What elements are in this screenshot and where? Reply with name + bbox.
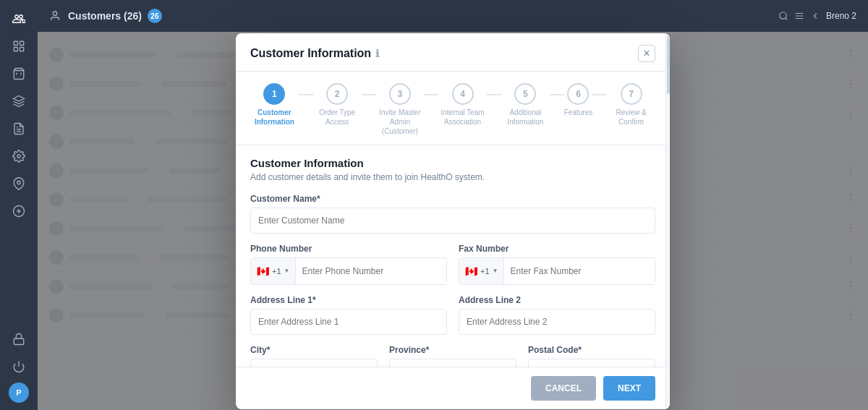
modal-header: Customer Information ℹ × (236, 33, 670, 72)
step-7-circle: 7 (621, 83, 642, 105)
address1-label: Address Line 1* (250, 295, 447, 305)
province-input[interactable] (389, 359, 516, 367)
svg-rect-2 (14, 48, 17, 51)
step-5-label: Additional Information (501, 108, 550, 127)
step-6-label: Features (564, 108, 592, 117)
fax-input-group: 🇨🇦 +1 ▼ (459, 257, 655, 285)
cancel-button[interactable]: CANCEL (531, 376, 596, 401)
province-col: Province* (389, 345, 516, 367)
step-5-circle: 5 (514, 83, 536, 105)
step-3-circle: 3 (389, 83, 411, 105)
sidebar-icon-add-circle[interactable] (7, 200, 30, 223)
fax-code: +1 (480, 267, 490, 276)
fax-col: Fax Number 🇨🇦 +1 ▼ (459, 244, 655, 295)
address2-label: Address Line 2 (459, 295, 655, 305)
svg-rect-1 (20, 41, 24, 45)
step-connector-2 (362, 94, 376, 95)
top-bar-actions: Breno 2 (778, 11, 856, 21)
form-section-subtitle: Add customer details and invite them to … (250, 172, 655, 182)
sidebar-icon-grid[interactable] (7, 35, 30, 58)
phone-code: +1 (272, 267, 281, 276)
svg-point-9 (17, 181, 21, 184)
sidebar-icon-cart[interactable] (7, 62, 30, 85)
stepper: 1 Customer Information 2 Order Type Acce… (236, 72, 670, 145)
sidebar-icon-lock[interactable] (7, 328, 30, 351)
customer-name-group: Customer Name* (250, 194, 655, 234)
sidebar-icon-settings[interactable] (7, 145, 30, 168)
phone-flag: 🇨🇦 (257, 265, 269, 277)
svg-point-8 (17, 155, 21, 158)
address1-col: Address Line 1* (250, 295, 447, 345)
address1-input[interactable] (250, 309, 447, 335)
modal-scrollbar[interactable] (665, 33, 670, 409)
customer-information-modal: Customer Information ℹ × 1 Customer Info… (236, 33, 670, 409)
step-3[interactable]: 3 Invite Master Admin (Customer) (376, 83, 425, 136)
sidebar-icon-document[interactable] (7, 117, 30, 140)
step-4[interactable]: 4 Internal Team Association (438, 83, 487, 127)
modal-body: Customer Information Add customer detail… (236, 145, 670, 367)
svg-rect-0 (14, 41, 17, 45)
step-6-circle: 6 (567, 83, 589, 105)
step-2[interactable]: 2 Order Type Access (313, 83, 362, 127)
sidebar-icon-boxes[interactable] (7, 90, 30, 113)
top-bar: Customers (26) 26 Breno 2 (38, 0, 868, 32)
step-connector-5 (550, 94, 564, 95)
fax-chevron-icon: ▼ (493, 268, 498, 274)
step-3-label: Invite Master Admin (Customer) (376, 108, 425, 136)
page-title: Customers (26) 26 (49, 9, 162, 23)
modal-info-icon: ℹ (375, 48, 379, 59)
svg-rect-3 (20, 48, 24, 51)
phone-flag-select[interactable]: 🇨🇦 +1 ▼ (251, 258, 296, 284)
sidebar-icon-power[interactable] (7, 355, 30, 378)
step-2-circle: 2 (326, 83, 348, 105)
step-4-label: Internal Team Association (438, 108, 487, 127)
user-name: Breno 2 (826, 11, 856, 21)
sidebar: P (0, 0, 38, 410)
svg-point-16 (780, 12, 786, 19)
step-connector-3 (424, 94, 438, 95)
next-button[interactable]: NEXT (603, 376, 655, 401)
step-connector-6 (592, 94, 607, 95)
step-7[interactable]: 7 Review & Confirm (607, 83, 655, 127)
user-avatar[interactable]: P (9, 383, 29, 403)
step-6[interactable]: 6 Features (564, 83, 592, 117)
sidebar-icon-add-user[interactable] (7, 7, 30, 30)
fax-number-input[interactable] (504, 258, 655, 284)
phone-input-group: 🇨🇦 +1 ▼ (250, 257, 447, 285)
step-connector-4 (487, 94, 501, 95)
step-4-circle: 4 (452, 83, 474, 105)
postal-col: Postal Code* (528, 345, 655, 367)
app-shell: P Customers (26) 26 Breno 2 ⋮ ⋮ (0, 0, 868, 410)
phone-label: Phone Number (250, 244, 447, 254)
phone-number-input[interactable] (296, 258, 446, 284)
fax-label: Fax Number (459, 244, 655, 254)
content-area: ⋮ ⋮ ⋮ ⋮ ⋮ ⋮ ⋮ ⋮ ⋮ ⋮ Customer Information (38, 32, 868, 410)
city-label: City* (250, 345, 378, 355)
postal-label: Postal Code* (528, 345, 655, 355)
fax-flag-select[interactable]: 🇨🇦 +1 ▼ (459, 258, 504, 284)
svg-rect-13 (14, 338, 24, 344)
step-connector-1 (299, 94, 313, 95)
main-area: Customers (26) 26 Breno 2 ⋮ ⋮ ⋮ ⋮ ⋮ ⋮ ⋮ … (38, 0, 868, 410)
postal-input[interactable] (528, 359, 655, 367)
phone-chevron-icon: ▼ (284, 268, 290, 274)
city-input[interactable] (250, 359, 378, 367)
phone-fax-row: Phone Number 🇨🇦 +1 ▼ (250, 244, 655, 295)
form-section-title: Customer Information (250, 157, 655, 169)
sidebar-icon-pin[interactable] (7, 172, 30, 195)
customer-name-label: Customer Name* (250, 194, 655, 204)
modal-overlay: Customer Information ℹ × 1 Customer Info… (38, 32, 868, 410)
customer-name-input[interactable] (250, 208, 655, 234)
modal-close-button[interactable]: × (638, 45, 655, 62)
step-1[interactable]: 1 Customer Information (250, 83, 299, 127)
fax-flag: 🇨🇦 (465, 265, 477, 277)
modal-title: Customer Information ℹ (250, 47, 379, 60)
address2-input[interactable] (459, 309, 655, 335)
modal-footer: CANCEL NEXT (236, 367, 670, 409)
step-2-label: Order Type Access (313, 108, 362, 127)
svg-line-17 (786, 18, 788, 20)
modal-scroll-thumb (667, 36, 670, 94)
step-5[interactable]: 5 Additional Information (501, 83, 550, 127)
customers-count-badge: 26 (148, 9, 162, 23)
svg-point-15 (53, 12, 56, 15)
